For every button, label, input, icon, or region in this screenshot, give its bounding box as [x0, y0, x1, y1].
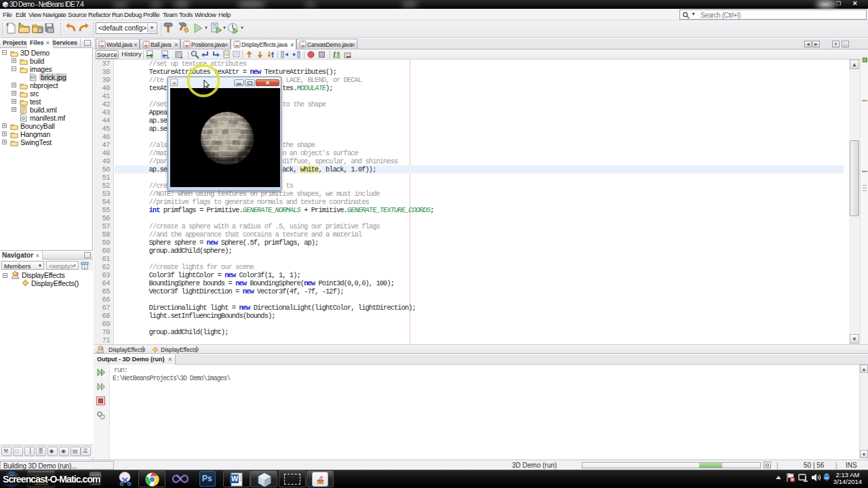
svg-text:*: *	[6, 22, 9, 30]
svg-text:*: *	[18, 22, 21, 29]
